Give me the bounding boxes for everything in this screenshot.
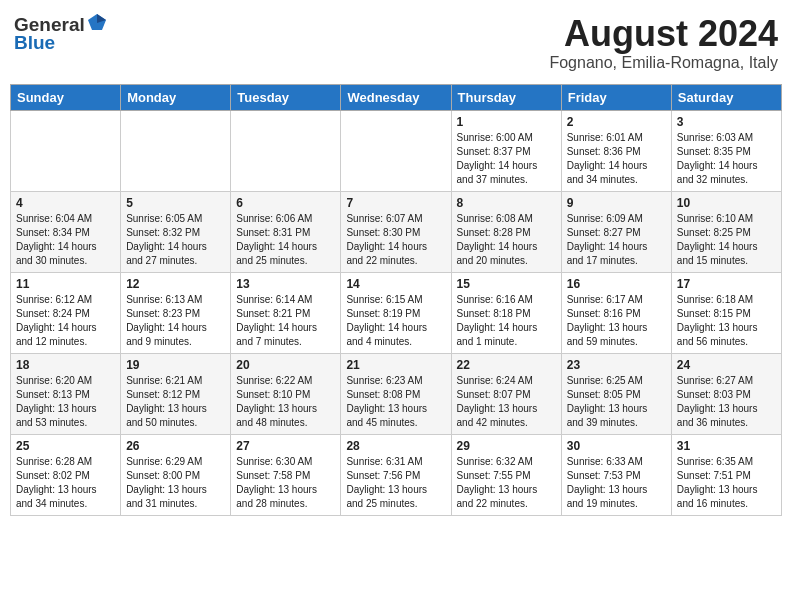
day-info: Sunrise: 6:09 AM Sunset: 8:27 PM Dayligh… xyxy=(567,212,666,268)
logo-icon xyxy=(86,12,108,34)
calendar-cell: 5Sunrise: 6:05 AM Sunset: 8:32 PM Daylig… xyxy=(121,191,231,272)
day-info: Sunrise: 6:03 AM Sunset: 8:35 PM Dayligh… xyxy=(677,131,776,187)
calendar-cell: 6Sunrise: 6:06 AM Sunset: 8:31 PM Daylig… xyxy=(231,191,341,272)
calendar-cell: 1Sunrise: 6:00 AM Sunset: 8:37 PM Daylig… xyxy=(451,110,561,191)
column-header-sunday: Sunday xyxy=(11,84,121,110)
day-number: 30 xyxy=(567,439,666,453)
logo-blue: Blue xyxy=(14,32,55,54)
day-number: 10 xyxy=(677,196,776,210)
column-header-wednesday: Wednesday xyxy=(341,84,451,110)
day-number: 29 xyxy=(457,439,556,453)
calendar-cell: 18Sunrise: 6:20 AM Sunset: 8:13 PM Dayli… xyxy=(11,353,121,434)
day-number: 22 xyxy=(457,358,556,372)
day-number: 21 xyxy=(346,358,445,372)
calendar-cell xyxy=(341,110,451,191)
calendar-cell: 19Sunrise: 6:21 AM Sunset: 8:12 PM Dayli… xyxy=(121,353,231,434)
day-number: 4 xyxy=(16,196,115,210)
day-info: Sunrise: 6:32 AM Sunset: 7:55 PM Dayligh… xyxy=(457,455,556,511)
day-number: 23 xyxy=(567,358,666,372)
calendar-cell: 24Sunrise: 6:27 AM Sunset: 8:03 PM Dayli… xyxy=(671,353,781,434)
day-info: Sunrise: 6:05 AM Sunset: 8:32 PM Dayligh… xyxy=(126,212,225,268)
day-info: Sunrise: 6:21 AM Sunset: 8:12 PM Dayligh… xyxy=(126,374,225,430)
day-info: Sunrise: 6:20 AM Sunset: 8:13 PM Dayligh… xyxy=(16,374,115,430)
calendar-cell: 8Sunrise: 6:08 AM Sunset: 8:28 PM Daylig… xyxy=(451,191,561,272)
calendar-cell: 31Sunrise: 6:35 AM Sunset: 7:51 PM Dayli… xyxy=(671,434,781,515)
calendar-cell: 17Sunrise: 6:18 AM Sunset: 8:15 PM Dayli… xyxy=(671,272,781,353)
day-info: Sunrise: 6:22 AM Sunset: 8:10 PM Dayligh… xyxy=(236,374,335,430)
calendar-cell: 27Sunrise: 6:30 AM Sunset: 7:58 PM Dayli… xyxy=(231,434,341,515)
calendar-week-row: 11Sunrise: 6:12 AM Sunset: 8:24 PM Dayli… xyxy=(11,272,782,353)
day-info: Sunrise: 6:30 AM Sunset: 7:58 PM Dayligh… xyxy=(236,455,335,511)
day-info: Sunrise: 6:12 AM Sunset: 8:24 PM Dayligh… xyxy=(16,293,115,349)
month-title: August 2024 xyxy=(549,14,778,54)
calendar-cell xyxy=(231,110,341,191)
day-number: 18 xyxy=(16,358,115,372)
calendar-week-row: 4Sunrise: 6:04 AM Sunset: 8:34 PM Daylig… xyxy=(11,191,782,272)
calendar-week-row: 25Sunrise: 6:28 AM Sunset: 8:02 PM Dayli… xyxy=(11,434,782,515)
day-info: Sunrise: 6:25 AM Sunset: 8:05 PM Dayligh… xyxy=(567,374,666,430)
day-number: 3 xyxy=(677,115,776,129)
day-number: 28 xyxy=(346,439,445,453)
day-number: 12 xyxy=(126,277,225,291)
page-header: General Blue August 2024 Fognano, Emilia… xyxy=(10,10,782,76)
calendar-cell: 9Sunrise: 6:09 AM Sunset: 8:27 PM Daylig… xyxy=(561,191,671,272)
column-header-tuesday: Tuesday xyxy=(231,84,341,110)
day-number: 16 xyxy=(567,277,666,291)
calendar-cell: 25Sunrise: 6:28 AM Sunset: 8:02 PM Dayli… xyxy=(11,434,121,515)
day-info: Sunrise: 6:33 AM Sunset: 7:53 PM Dayligh… xyxy=(567,455,666,511)
calendar-cell: 28Sunrise: 6:31 AM Sunset: 7:56 PM Dayli… xyxy=(341,434,451,515)
day-info: Sunrise: 6:00 AM Sunset: 8:37 PM Dayligh… xyxy=(457,131,556,187)
day-number: 8 xyxy=(457,196,556,210)
day-info: Sunrise: 6:10 AM Sunset: 8:25 PM Dayligh… xyxy=(677,212,776,268)
calendar-cell: 26Sunrise: 6:29 AM Sunset: 8:00 PM Dayli… xyxy=(121,434,231,515)
day-number: 17 xyxy=(677,277,776,291)
day-number: 20 xyxy=(236,358,335,372)
day-info: Sunrise: 6:04 AM Sunset: 8:34 PM Dayligh… xyxy=(16,212,115,268)
column-header-saturday: Saturday xyxy=(671,84,781,110)
day-number: 1 xyxy=(457,115,556,129)
calendar-cell: 11Sunrise: 6:12 AM Sunset: 8:24 PM Dayli… xyxy=(11,272,121,353)
calendar-week-row: 1Sunrise: 6:00 AM Sunset: 8:37 PM Daylig… xyxy=(11,110,782,191)
day-number: 2 xyxy=(567,115,666,129)
day-number: 25 xyxy=(16,439,115,453)
day-number: 19 xyxy=(126,358,225,372)
calendar-cell: 23Sunrise: 6:25 AM Sunset: 8:05 PM Dayli… xyxy=(561,353,671,434)
calendar-cell: 22Sunrise: 6:24 AM Sunset: 8:07 PM Dayli… xyxy=(451,353,561,434)
calendar-cell: 16Sunrise: 6:17 AM Sunset: 8:16 PM Dayli… xyxy=(561,272,671,353)
calendar-cell: 29Sunrise: 6:32 AM Sunset: 7:55 PM Dayli… xyxy=(451,434,561,515)
title-block: August 2024 Fognano, Emilia-Romagna, Ita… xyxy=(549,14,778,72)
day-info: Sunrise: 6:15 AM Sunset: 8:19 PM Dayligh… xyxy=(346,293,445,349)
day-number: 31 xyxy=(677,439,776,453)
day-info: Sunrise: 6:29 AM Sunset: 8:00 PM Dayligh… xyxy=(126,455,225,511)
day-info: Sunrise: 6:18 AM Sunset: 8:15 PM Dayligh… xyxy=(677,293,776,349)
day-info: Sunrise: 6:24 AM Sunset: 8:07 PM Dayligh… xyxy=(457,374,556,430)
day-number: 9 xyxy=(567,196,666,210)
day-info: Sunrise: 6:01 AM Sunset: 8:36 PM Dayligh… xyxy=(567,131,666,187)
calendar-cell: 15Sunrise: 6:16 AM Sunset: 8:18 PM Dayli… xyxy=(451,272,561,353)
day-number: 7 xyxy=(346,196,445,210)
day-number: 6 xyxy=(236,196,335,210)
day-info: Sunrise: 6:23 AM Sunset: 8:08 PM Dayligh… xyxy=(346,374,445,430)
logo: General Blue xyxy=(14,14,108,54)
day-info: Sunrise: 6:31 AM Sunset: 7:56 PM Dayligh… xyxy=(346,455,445,511)
day-number: 5 xyxy=(126,196,225,210)
day-info: Sunrise: 6:14 AM Sunset: 8:21 PM Dayligh… xyxy=(236,293,335,349)
day-info: Sunrise: 6:35 AM Sunset: 7:51 PM Dayligh… xyxy=(677,455,776,511)
calendar-cell: 30Sunrise: 6:33 AM Sunset: 7:53 PM Dayli… xyxy=(561,434,671,515)
day-number: 15 xyxy=(457,277,556,291)
day-number: 13 xyxy=(236,277,335,291)
day-number: 11 xyxy=(16,277,115,291)
location-title: Fognano, Emilia-Romagna, Italy xyxy=(549,54,778,72)
calendar-week-row: 18Sunrise: 6:20 AM Sunset: 8:13 PM Dayli… xyxy=(11,353,782,434)
calendar-cell: 4Sunrise: 6:04 AM Sunset: 8:34 PM Daylig… xyxy=(11,191,121,272)
calendar-cell xyxy=(121,110,231,191)
day-info: Sunrise: 6:06 AM Sunset: 8:31 PM Dayligh… xyxy=(236,212,335,268)
calendar-cell: 12Sunrise: 6:13 AM Sunset: 8:23 PM Dayli… xyxy=(121,272,231,353)
column-header-thursday: Thursday xyxy=(451,84,561,110)
day-info: Sunrise: 6:08 AM Sunset: 8:28 PM Dayligh… xyxy=(457,212,556,268)
day-info: Sunrise: 6:13 AM Sunset: 8:23 PM Dayligh… xyxy=(126,293,225,349)
day-number: 14 xyxy=(346,277,445,291)
day-info: Sunrise: 6:07 AM Sunset: 8:30 PM Dayligh… xyxy=(346,212,445,268)
calendar-cell: 3Sunrise: 6:03 AM Sunset: 8:35 PM Daylig… xyxy=(671,110,781,191)
calendar-cell: 20Sunrise: 6:22 AM Sunset: 8:10 PM Dayli… xyxy=(231,353,341,434)
